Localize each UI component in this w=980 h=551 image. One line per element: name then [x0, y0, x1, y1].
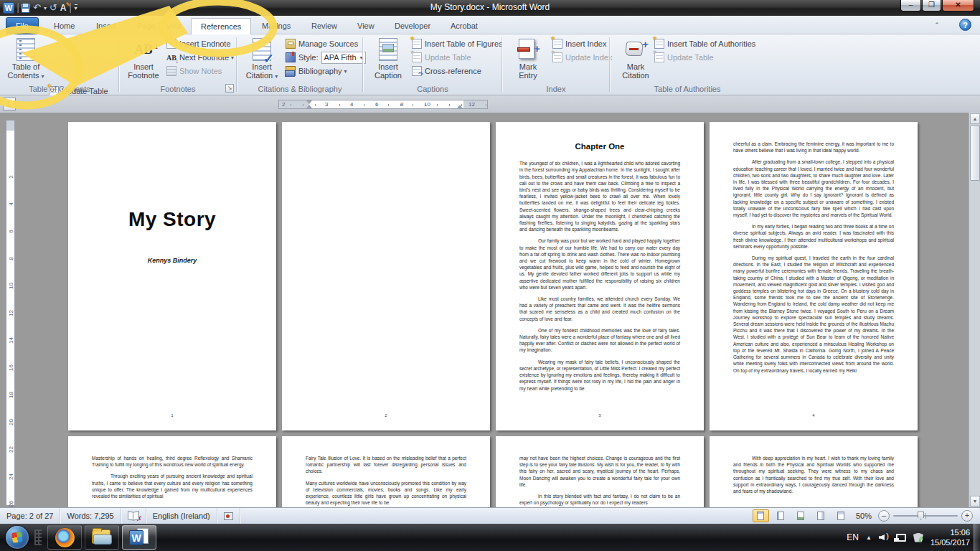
tray-time: 15:06 [930, 527, 970, 537]
insert-footnote-button[interactable]: AB1 Insert Footnote [122, 37, 165, 85]
view-web-layout-button[interactable] [793, 509, 809, 522]
mark-entry-button[interactable]: + Mark Entry [507, 37, 550, 85]
page-8[interactable]: With deep appreciation in my heart, I wi… [710, 436, 918, 507]
language-tray-indicator[interactable]: EN [847, 532, 859, 542]
ribbon-tab-row: File Home Insert Page Layout References … [0, 16, 980, 34]
paragraph: Our family was poor but we worked hard a… [519, 237, 680, 291]
tab-review[interactable]: Review [302, 18, 347, 34]
page-4[interactable]: cheerful as a clam. Embracing the femini… [710, 122, 918, 430]
document-author: Kennys Bindery [68, 257, 276, 264]
scroll-down-arrow[interactable]: ▼ [970, 496, 980, 507]
close-button[interactable]: ✕ [942, 0, 974, 11]
view-draft-button[interactable] [833, 509, 849, 522]
paragraph: Mastership of hands on healing, third de… [92, 455, 253, 468]
taskbar-explorer-button[interactable] [85, 525, 119, 550]
vertical-scrollbar[interactable]: ▲ ▼ [969, 113, 980, 507]
taskbar-word-button[interactable]: W [122, 525, 156, 550]
folder-icon [92, 529, 112, 545]
clock[interactable]: 15:06 15/05/2017 [930, 527, 970, 547]
tab-insert[interactable]: Insert [87, 18, 126, 34]
insert-index-button[interactable]: Insert Index [552, 37, 606, 50]
next-footnote-button[interactable]: AB↓ Next Footnote ▾ [166, 51, 234, 64]
collapse-ribbon-button[interactable]: ⌃ [931, 20, 943, 31]
page-7[interactable]: may not have been the highest choices. C… [496, 436, 704, 507]
tab-mailings[interactable]: Mailings [253, 18, 300, 34]
group-label-toa: Table of Authorities [610, 85, 765, 93]
page-6[interactable]: Fairy Tale Illusion of Love. It is based… [282, 436, 490, 507]
tab-home[interactable]: Home [44, 18, 84, 34]
insert-caption-button[interactable]: Insert Caption [367, 37, 410, 85]
manage-sources-button[interactable]: Manage Sources [286, 37, 358, 50]
bibliography-button[interactable]: Bibliography ▾ [286, 65, 347, 77]
show-desktop-button[interactable] [974, 524, 980, 551]
group-index: + Mark Entry Insert Index Update Index I… [502, 34, 610, 95]
vertical-ruler[interactable]: 2 4 6 8 10 12 14 16 18 20 22 24 26 [6, 120, 15, 506]
page-5[interactable]: Mastership of hands on healing, third de… [68, 436, 276, 507]
view-full-screen-reading-button[interactable] [773, 509, 789, 522]
hidden-icons-chevron[interactable]: ▲ [866, 534, 872, 541]
page-text: Mastership of hands on healing, third de… [92, 455, 253, 504]
language-indicator[interactable]: English (Ireland) [146, 508, 217, 524]
footnotes-dialog-launcher[interactable]: ↘ [225, 84, 234, 93]
volume-icon[interactable]: ) [879, 533, 889, 542]
start-button[interactable] [6, 526, 29, 549]
insert-endnote-button[interactable]: i Insert Endnote [166, 37, 231, 50]
zoom-out-button[interactable]: – [878, 510, 890, 522]
show-notes-icon [166, 66, 176, 76]
tab-developer[interactable]: Developer [385, 18, 440, 34]
horizontal-ruler[interactable]: 2 2 4 6 8 10 12 [278, 100, 488, 109]
view-print-layout-button[interactable] [753, 509, 769, 522]
right-indent-marker[interactable] [457, 105, 463, 108]
page-2-blank[interactable]: 2 [282, 122, 490, 430]
document-title: My Story [68, 208, 276, 231]
word-count[interactable]: Words: 7,295 [60, 508, 121, 524]
tab-acrobat[interactable]: Acrobat [441, 18, 487, 34]
tab-page-layout[interactable]: Page Layout [128, 18, 191, 34]
restore-button[interactable]: ❐ [922, 0, 941, 11]
zoom-slider-thumb[interactable] [918, 512, 924, 520]
zoom-slider[interactable] [893, 515, 958, 517]
minimize-button[interactable]: – [900, 0, 921, 11]
tab-file[interactable]: File [6, 17, 39, 34]
table-of-contents-button[interactable]: Table of Contents▾ [4, 37, 47, 85]
sync-status-icon[interactable]: ✓ [913, 533, 923, 542]
view-outline-button[interactable] [813, 509, 829, 522]
insert-citation-button[interactable]: (w)-✓ Insert Citation▾ [240, 37, 283, 85]
taskbar-firefox-button[interactable] [47, 525, 82, 550]
network-icon[interactable] [896, 534, 906, 542]
windows-logo-icon [11, 532, 23, 543]
paragraph: Like most country families, we attended … [519, 296, 680, 322]
tab-view[interactable]: View [348, 18, 384, 34]
tab-references[interactable]: References [191, 18, 251, 34]
tab-stop-selector[interactable]: L [3, 98, 16, 110]
window-title: My Story.docx - Microsoft Word [0, 2, 980, 12]
page-1-cover[interactable]: My Story Kennys Bindery 1 [68, 122, 276, 430]
insert-table-of-figures-button[interactable]: Insert Table of Figures [412, 37, 503, 50]
paragraph: During my spiritual quest, I traveled th… [733, 255, 894, 374]
hanging-indent-marker[interactable] [306, 105, 312, 108]
page-3[interactable]: Chapter One The youngest of six children… [496, 122, 704, 430]
zoom-in-button[interactable]: + [961, 510, 973, 522]
scrollbar-thumb[interactable] [970, 125, 980, 181]
scroll-up-arrow[interactable]: ▲ [970, 113, 980, 124]
help-button[interactable]: ? [959, 19, 971, 31]
manage-sources-icon [286, 39, 296, 49]
insert-table-of-authorities-button[interactable]: Insert Table of Authorities [654, 37, 755, 50]
style-select[interactable]: APA Fifth▾ [321, 52, 366, 64]
macro-recorder[interactable] [217, 508, 240, 524]
first-line-indent-marker[interactable] [306, 100, 312, 104]
update-table-gray-icon [412, 52, 422, 62]
group-label-citations: Citations & Bibliography [237, 85, 363, 93]
mark-citation-button[interactable]: + Mark Citation [614, 37, 657, 85]
page-indicator[interactable]: Page: 2 of 27 [0, 508, 60, 524]
zoom-level[interactable]: 50% [856, 512, 872, 520]
page-number: 3 [496, 413, 704, 418]
proofing-status[interactable]: ✗ [121, 508, 146, 524]
insert-caption-icon [379, 38, 397, 61]
paragraph: may not have been the highest choices. C… [519, 455, 680, 488]
cross-reference-button[interactable]: ↷ Cross-reference [412, 65, 481, 77]
insert-endnote-icon: i [166, 39, 176, 49]
paragraph: Through exciting years of pursuing ancie… [92, 473, 253, 499]
update-index-button: Update Index [552, 51, 612, 64]
group-citations-bibliography: (w)-✓ Insert Citation▾ Manage Sources St… [237, 34, 363, 95]
